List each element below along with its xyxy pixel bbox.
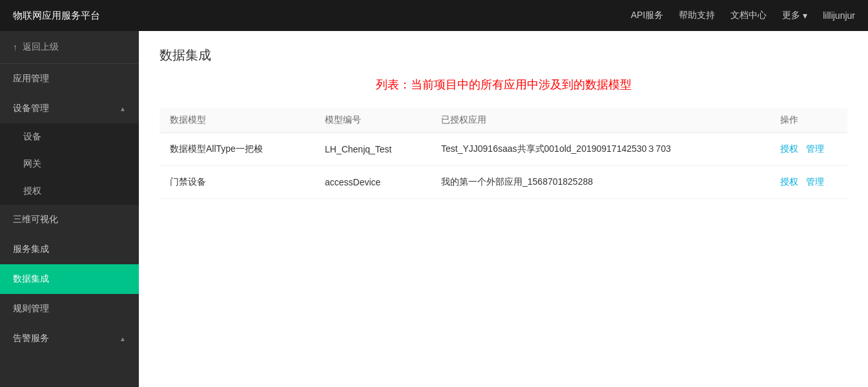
sidebar-item-label: 数据集成 <box>13 273 49 285</box>
sidebar-sub-item-gateway[interactable]: 网关 <box>0 151 139 178</box>
chevron-up-icon: ▲ <box>119 335 126 342</box>
sidebar-item-app-management[interactable]: 应用管理 <box>0 64 139 94</box>
sidebar-item-label: 设备管理 <box>13 103 49 114</box>
sidebar-item-3d-viz[interactable]: 三维可视化 <box>0 205 139 235</box>
subtitle-banner: 列表：当前项目中的所有应用中涉及到的数据模型 <box>160 77 847 92</box>
back-label: 返回上级 <box>23 41 59 53</box>
sidebar-sub-item-label: 设备 <box>23 131 41 141</box>
chevron-up-icon: ▲ <box>119 105 126 112</box>
table-body: 数据模型AllType一把梭 LH_Chenjq_Test Test_YJJ09… <box>160 133 847 199</box>
doc-center-link[interactable]: 文档中心 <box>730 10 767 21</box>
sidebar-item-rule-management[interactable]: 规则管理 <box>0 294 139 324</box>
page-title: 数据集成 <box>160 47 847 64</box>
sidebar-item-alert-service[interactable]: 告警服务 ▲ <box>0 324 139 353</box>
table-cell-code: LH_Chenjq_Test <box>315 133 431 166</box>
sidebar-item-device-management[interactable]: 设备管理 ▲ <box>0 94 139 123</box>
table-header-code: 模型编号 <box>315 108 431 133</box>
sidebar-sub-item-label: 授权 <box>23 185 41 196</box>
sidebar-item-label: 服务集成 <box>13 244 49 255</box>
table-header-model: 数据模型 <box>160 108 315 133</box>
table-cell-model: 数据模型AllType一把梭 <box>160 133 315 166</box>
table-cell-actions: 授权 管理 <box>770 133 847 166</box>
sidebar-sub-item-label: 网关 <box>23 158 41 169</box>
table-cell-app: 我的第一个外部应用_1568701825288 <box>431 166 770 199</box>
top-nav-links: API服务 帮助支持 文档中心 更多 ▾ lillijunjur <box>631 10 855 21</box>
brand-title: 物联网应用服务平台 <box>13 10 100 22</box>
table-row: 门禁设备 accessDevice 我的第一个外部应用_156870182528… <box>160 166 847 199</box>
table-cell-code: accessDevice <box>315 166 431 199</box>
table-cell-model: 门禁设备 <box>160 166 315 199</box>
table-header-action: 操作 <box>770 108 847 133</box>
data-table: 数据模型 模型编号 已授权应用 操作 数据模型AllType一把梭 LH_Che… <box>160 108 847 199</box>
action-auth-0[interactable]: 授权 <box>780 143 798 154</box>
chevron-down-icon: ▾ <box>803 10 807 21</box>
main-content: 数据集成 列表：当前项目中的所有应用中涉及到的数据模型 数据模型 模型编号 已授… <box>139 31 868 387</box>
api-service-link[interactable]: API服务 <box>631 10 664 21</box>
sidebar-item-label: 应用管理 <box>13 73 49 85</box>
help-support-link[interactable]: 帮助支持 <box>679 10 715 21</box>
sidebar-item-data-integration[interactable]: 数据集成 <box>0 264 139 294</box>
sidebar-sub-item-auth[interactable]: 授权 <box>0 178 139 205</box>
sidebar-item-label: 规则管理 <box>13 303 49 315</box>
action-manage-1[interactable]: 管理 <box>806 176 824 187</box>
table-row: 数据模型AllType一把梭 LH_Chenjq_Test Test_YJJ09… <box>160 133 847 166</box>
arrow-up-icon: ↑ <box>13 42 17 52</box>
table-header: 数据模型 模型编号 已授权应用 操作 <box>160 108 847 133</box>
action-manage-0[interactable]: 管理 <box>806 143 824 154</box>
sidebar-item-label: 告警服务 <box>13 333 49 344</box>
action-auth-1[interactable]: 授权 <box>780 176 798 187</box>
top-nav: 物联网应用服务平台 API服务 帮助支持 文档中心 更多 ▾ lillijunj… <box>0 0 868 31</box>
more-dropdown[interactable]: 更多 ▾ <box>782 10 807 21</box>
sidebar-item-service-integration[interactable]: 服务集成 <box>0 235 139 264</box>
sidebar-item-label: 三维可视化 <box>13 214 58 225</box>
main-layout: ↑ 返回上级 应用管理 设备管理 ▲ 设备 网关 授权 三维可视化 服务集成 <box>0 31 868 387</box>
sidebar-sub-item-device[interactable]: 设备 <box>0 123 139 151</box>
back-button[interactable]: ↑ 返回上级 <box>0 31 139 64</box>
more-label: 更多 <box>782 10 800 21</box>
table-header-app: 已授权应用 <box>431 108 770 133</box>
sidebar: ↑ 返回上级 应用管理 设备管理 ▲ 设备 网关 授权 三维可视化 服务集成 <box>0 31 139 387</box>
table-cell-actions: 授权 管理 <box>770 166 847 199</box>
table-cell-app: Test_YJJ0916saas共享式001old_20190917142530… <box>431 133 770 166</box>
user-avatar[interactable]: lillijunjur <box>823 10 855 21</box>
